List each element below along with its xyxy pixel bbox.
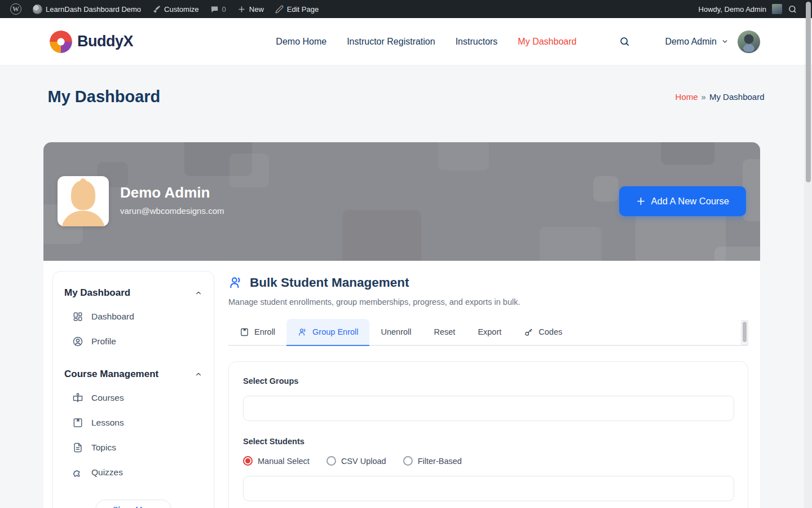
page-scrollbar-thumb[interactable] xyxy=(806,2,811,182)
wp-admin-bar: W LearnDash Dashboard Demo Customize 0 N… xyxy=(0,0,812,18)
users-icon xyxy=(298,327,307,337)
key-icon xyxy=(524,327,533,337)
sidebar-item-label: Profile xyxy=(91,336,116,347)
radio-label: Filter-Based xyxy=(418,457,462,466)
plus-icon xyxy=(636,196,646,206)
tab-reset[interactable]: Reset xyxy=(422,319,466,346)
tab-group-enroll[interactable]: Group Enroll xyxy=(286,319,369,346)
site-name-label: LearnDash Dashboard Demo xyxy=(46,5,141,14)
page-title-band: My Dashboard Home » My Dashboard xyxy=(0,65,812,128)
buddyx-logo-icon xyxy=(50,30,72,53)
admin-bar-comments[interactable]: 0 xyxy=(205,0,232,18)
breadcrumb-home-link[interactable]: Home xyxy=(676,92,698,102)
panel-subtitle: Manage student enrollments, group member… xyxy=(228,297,748,306)
sidebar-item-label: Dashboard xyxy=(91,312,134,322)
radio-manual-select[interactable]: Manual Select xyxy=(243,456,310,466)
radio-csv-upload[interactable]: CSV Upload xyxy=(326,456,386,466)
nav-my-dashboard[interactable]: My Dashboard xyxy=(518,37,576,47)
tab-codes[interactable]: Codes xyxy=(513,319,573,346)
brush-icon xyxy=(152,5,161,14)
sidebar-item-profile[interactable]: Profile xyxy=(64,329,202,354)
header-search-icon[interactable] xyxy=(619,36,630,47)
header-user-menu[interactable]: Demo Admin xyxy=(665,30,760,53)
site-header: BuddyX Demo Home Instructor Registration… xyxy=(0,18,812,65)
tab-label: Group Enroll xyxy=(312,327,358,336)
admin-bar-new[interactable]: New xyxy=(232,0,270,18)
banner-pattern xyxy=(230,154,269,187)
tab-label: Enroll xyxy=(254,327,275,336)
banner-pattern xyxy=(593,176,619,202)
main-nav: Demo Home Instructor Registration Instru… xyxy=(276,30,760,53)
nav-instructors[interactable]: Instructors xyxy=(456,37,498,47)
group-enroll-form: Select Groups Select Students Manual Sel… xyxy=(228,361,748,508)
sidebar-section-course-management[interactable]: Course Management xyxy=(64,369,202,380)
nav-demo-home[interactable]: Demo Home xyxy=(276,37,326,47)
sidebar-section-my-dashboard[interactable]: My Dashboard xyxy=(64,287,202,299)
wp-logo-menu[interactable]: W xyxy=(5,0,27,18)
breadcrumb: Home » My Dashboard xyxy=(676,92,765,102)
tab-export[interactable]: Export xyxy=(466,319,513,346)
select-groups-input[interactable] xyxy=(243,396,734,421)
banner-pattern xyxy=(661,142,714,165)
select-groups-label: Select Groups xyxy=(243,376,734,386)
page-scrollbar[interactable] xyxy=(804,0,812,508)
site-logo[interactable]: BuddyX xyxy=(50,30,133,53)
tabs-scrollbar-thumb[interactable] xyxy=(743,322,747,342)
dashboard-grid-icon xyxy=(72,311,83,322)
sidebar-item-label: Courses xyxy=(91,393,124,403)
banner-pattern xyxy=(714,247,760,261)
admin-bar-edit-page[interactable]: Edit Page xyxy=(270,0,324,18)
nav-instructor-registration[interactable]: Instructor Registration xyxy=(347,37,435,47)
tab-label: Codes xyxy=(539,327,562,336)
radio-icon xyxy=(326,456,336,466)
new-label: New xyxy=(249,5,264,14)
banner-pattern xyxy=(636,210,726,261)
comments-count: 0 xyxy=(222,5,226,14)
tab-unenroll[interactable]: Unenroll xyxy=(369,319,422,346)
header-user-name: Demo Admin xyxy=(665,37,717,47)
radio-filter-based[interactable]: Filter-Based xyxy=(403,456,462,466)
chevron-up-icon xyxy=(195,289,202,297)
show-more-button[interactable]: Show More xyxy=(95,500,171,508)
edit-page-label: Edit Page xyxy=(287,5,319,14)
breadcrumb-current: My Dashboard xyxy=(709,92,765,102)
bulk-student-management-panel: Bulk Student Management Manage student e… xyxy=(228,275,748,508)
customize-label: Customize xyxy=(164,5,198,14)
page-title: My Dashboard xyxy=(48,87,161,106)
file-text-icon xyxy=(72,442,83,453)
tab-label: Unenroll xyxy=(381,327,411,336)
profile-email: varun@wbcomdesigns.com xyxy=(120,206,224,216)
user-circle-icon xyxy=(72,336,83,347)
student-mode-radio-group: Manual Select CSV Upload Filter-Based xyxy=(243,456,734,466)
dashboard-card: Demo Admin varun@wbcomdesigns.com Add A … xyxy=(43,142,760,508)
select-students-label: Select Students xyxy=(243,437,734,446)
add-new-course-button[interactable]: Add A New Course xyxy=(619,186,747,216)
content-area: My Dashboard Dashboard Profile xyxy=(43,261,760,508)
admin-search-icon[interactable] xyxy=(788,5,797,14)
chevron-up-icon xyxy=(195,370,202,378)
tab-label: Export xyxy=(478,327,501,336)
admin-avatar[interactable] xyxy=(772,4,782,14)
book-icon xyxy=(240,327,249,337)
howdy-greeting[interactable]: Howdy, Demo Admin xyxy=(699,5,766,14)
sidebar-item-label: Quizzes xyxy=(91,467,123,478)
sidebar-section-title: Course Management xyxy=(64,369,158,380)
dashboard-sidebar: My Dashboard Dashboard Profile xyxy=(52,271,214,508)
book-open-icon xyxy=(72,392,83,404)
sidebar-item-dashboard[interactable]: Dashboard xyxy=(64,304,202,329)
tab-enroll[interactable]: Enroll xyxy=(228,319,286,346)
banner-pattern xyxy=(540,227,602,261)
sidebar-section-title: My Dashboard xyxy=(64,287,130,299)
sidebar-item-quizzes[interactable]: Quizzes xyxy=(64,460,202,485)
profile-avatar-placeholder[interactable] xyxy=(58,176,109,226)
admin-bar-customize[interactable]: Customize xyxy=(147,0,204,18)
sidebar-item-topics[interactable]: Topics xyxy=(64,435,202,460)
select-students-input[interactable] xyxy=(243,476,734,501)
sidebar-item-courses[interactable]: Courses xyxy=(64,386,202,410)
radio-label: Manual Select xyxy=(258,457,310,466)
tabs-scrollbar[interactable] xyxy=(741,320,748,345)
comment-icon xyxy=(210,5,219,14)
profile-display-name: Demo Admin xyxy=(120,184,224,202)
sidebar-item-lessons[interactable]: Lessons xyxy=(64,410,202,435)
admin-bar-site-name[interactable]: LearnDash Dashboard Demo xyxy=(27,0,147,18)
